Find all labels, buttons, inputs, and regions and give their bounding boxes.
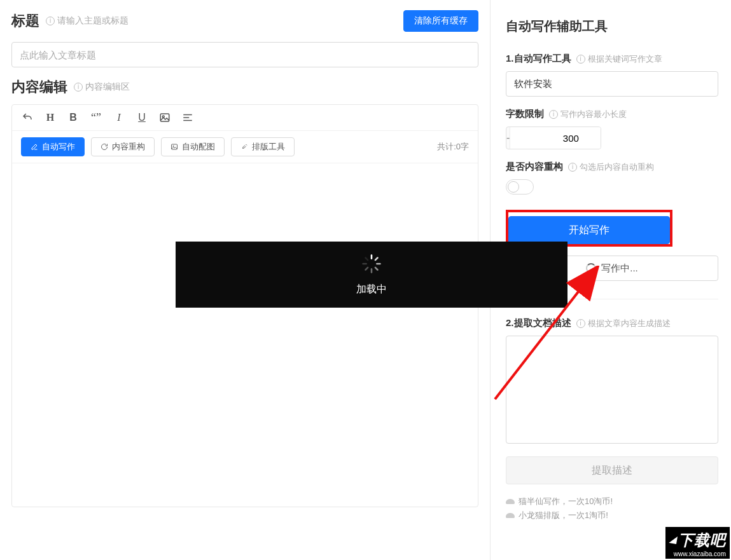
editor-actions-row: 自动写作 内容重构 自动配图 排版工具 共计:0字	[12, 131, 478, 163]
download-arrow-icon	[669, 536, 678, 544]
watermark-url: www.xiazaiba.com	[674, 550, 726, 557]
info-icon: i	[576, 319, 585, 328]
restructure-toggle[interactable]	[506, 179, 534, 195]
keyword-input[interactable]	[506, 71, 718, 97]
info-icon: i	[549, 110, 558, 119]
svg-rect-8	[374, 256, 379, 261]
wordlimit-stepper: - +	[506, 126, 601, 149]
image-icon[interactable]	[158, 111, 171, 124]
quote-icon[interactable]: “”	[90, 111, 102, 124]
wordlimit-input[interactable]	[510, 127, 601, 149]
start-writing-button[interactable]: 开始写作	[508, 216, 670, 244]
bold-icon[interactable]: B	[67, 111, 80, 124]
word-count: 共计:0字	[437, 141, 469, 153]
align-left-icon[interactable]	[181, 111, 194, 124]
svg-rect-13	[362, 263, 367, 264]
article-title-input[interactable]	[11, 42, 478, 67]
description-textarea[interactable]	[506, 336, 718, 444]
heading-icon[interactable]: H	[44, 111, 57, 124]
clear-cache-button[interactable]: 清除所有缓存	[403, 10, 478, 32]
editor-heading: 内容编辑	[11, 78, 67, 97]
restructure-button[interactable]: 内容重构	[91, 137, 155, 156]
section1-label: 1.自动写作工具	[506, 53, 571, 65]
wordlimit-hint: i 写作内容最小长度	[549, 109, 627, 120]
toggle-knob	[508, 181, 519, 193]
svg-rect-11	[371, 268, 373, 273]
underline-icon[interactable]: U	[136, 111, 148, 124]
sidebar-title: 自动写作辅助工具	[506, 18, 718, 35]
undo-icon[interactable]	[21, 111, 34, 124]
loading-spinner-icon	[361, 254, 382, 277]
wordlimit-label: 字数限制	[506, 108, 544, 120]
loading-text: 加载中	[356, 283, 387, 296]
spinner-icon	[586, 263, 596, 273]
extract-description-button[interactable]: 提取描述	[506, 456, 718, 484]
section1-hint: i 根据关键词写作文章	[576, 53, 662, 65]
layout-tool-button[interactable]: 排版工具	[231, 137, 295, 156]
info-icon: i	[568, 163, 577, 172]
editor-toolbar: H B “” I U	[12, 105, 478, 131]
italic-icon[interactable]: I	[113, 111, 125, 124]
title-hint: i 请输入主题或标题	[46, 15, 129, 27]
title-heading: 标题	[11, 11, 39, 31]
cat-icon	[506, 499, 515, 504]
info-icon: i	[576, 55, 585, 64]
auto-write-button[interactable]: 自动写作	[21, 137, 85, 156]
editor-hint: i 内容编辑区	[74, 81, 130, 93]
restructure-hint: i 勾选后内容自动重构	[568, 161, 654, 173]
editor-content-area[interactable]	[12, 163, 478, 507]
title-header-row: 标题 i 请输入主题或标题 清除所有缓存	[11, 10, 478, 32]
info-icon: i	[74, 83, 83, 92]
svg-rect-7	[371, 254, 373, 259]
svg-rect-10	[374, 266, 379, 271]
svg-rect-12	[365, 266, 369, 271]
footer-notes: 猫半仙写作，一次10淘币! 小龙猫排版，一次1淘币!	[506, 496, 718, 521]
watermark: 下载吧 www.xiazaiba.com	[664, 526, 731, 560]
info-icon: i	[46, 17, 55, 25]
loading-overlay: 加载中	[176, 242, 567, 308]
svg-point-6	[173, 146, 174, 147]
svg-rect-0	[160, 114, 169, 121]
cat-icon	[506, 513, 515, 518]
svg-rect-9	[376, 263, 381, 264]
auto-image-button[interactable]: 自动配图	[161, 137, 225, 156]
section2-label: 2.提取文档描述	[506, 317, 571, 329]
svg-rect-14	[365, 256, 369, 261]
section2-hint: i 根据文章内容生成描述	[576, 318, 671, 329]
restructure-label: 是否内容重构	[506, 161, 563, 173]
